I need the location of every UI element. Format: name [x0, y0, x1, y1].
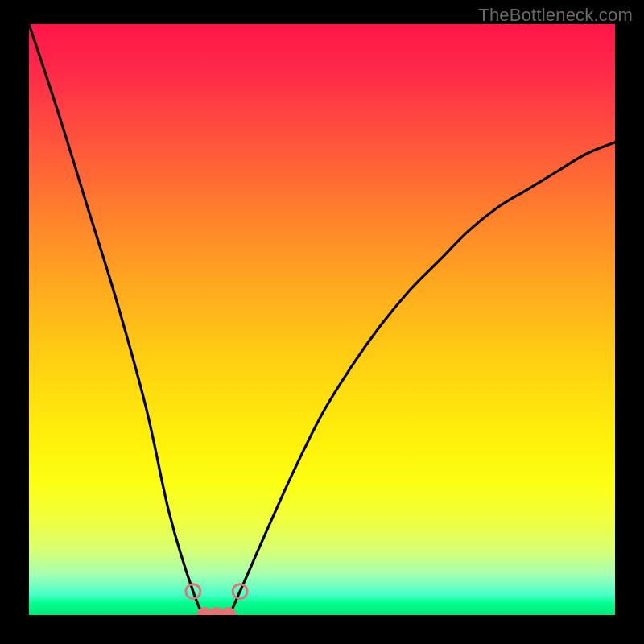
bottleneck-curve [29, 24, 615, 615]
watermark-text: TheBottleneck.com [478, 5, 633, 26]
chart-stage: TheBottleneck.com [0, 0, 644, 644]
plot-area [29, 24, 615, 615]
data-markers [186, 584, 247, 615]
